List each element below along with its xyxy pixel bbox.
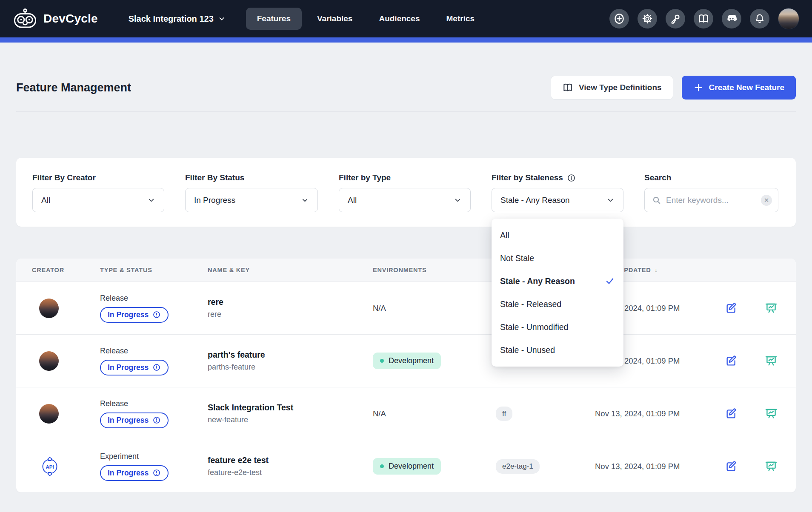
staleness-option-all[interactable]: All <box>492 224 623 247</box>
header-actions: View Type Definitions Create New Feature <box>551 76 796 100</box>
name-key-cell[interactable]: parth's feature parths-feature <box>208 350 373 372</box>
column-header-environments[interactable]: ENVIRONMENTS <box>373 267 496 273</box>
environments-cell: N/A <box>373 304 496 313</box>
status-label: In Progress <box>108 416 149 425</box>
feature-key: feature-e2e-test <box>208 468 373 477</box>
add-new-button[interactable] <box>609 9 629 28</box>
filter-type-select[interactable]: All <box>339 188 471 212</box>
filter-status-label: Filter By Status <box>185 173 318 182</box>
view-type-definitions-button[interactable]: View Type Definitions <box>551 76 673 100</box>
staleness-option-stale-released[interactable]: Stale - Released <box>492 293 623 316</box>
environment-badge[interactable]: Development <box>373 458 441 475</box>
staleness-dropdown-menu: All Not Stale Stale - Any Reason Stale -… <box>492 219 623 367</box>
filter-staleness-label-text: Filter by Staleness <box>492 173 563 182</box>
edit-feature-icon[interactable] <box>724 302 738 315</box>
option-label: Stale - Unused <box>500 345 555 355</box>
create-new-feature-button[interactable]: Create New Feature <box>682 76 796 100</box>
filter-group-staleness: Filter by Staleness Stale - Any Reason <box>492 173 623 212</box>
creator-avatar <box>39 351 59 371</box>
page-header: Feature Management View Type Definitions… <box>16 76 796 100</box>
search-input[interactable] <box>666 196 757 205</box>
tag-pill: e2e-tag-1 <box>496 459 540 474</box>
tab-audiences[interactable]: Audiences <box>368 8 431 30</box>
filter-status-value: In Progress <box>194 196 235 205</box>
table-header-row: CREATOR TYPE & STATUS NAME & KEY ENVIRON… <box>16 259 796 282</box>
status-badge[interactable]: In Progress <box>100 307 169 323</box>
table-row[interactable]: Release In Progress rere rere N/A Nov 13… <box>16 282 796 334</box>
filter-type-label: Filter by Type <box>339 173 471 182</box>
tab-metrics[interactable]: Metrics <box>435 8 486 30</box>
settings-button[interactable] <box>638 9 657 28</box>
staleness-option-stale-unmodified[interactable]: Stale - Unmodified <box>492 316 623 338</box>
feature-metrics-icon[interactable] <box>764 302 778 315</box>
name-key-cell[interactable]: rere rere <box>208 297 373 319</box>
status-badge[interactable]: In Progress <box>100 412 169 428</box>
column-header-name-key[interactable]: NAME & KEY <box>208 267 373 273</box>
status-badge[interactable]: In Progress <box>100 360 169 375</box>
tab-variables[interactable]: Variables <box>306 8 363 30</box>
staleness-option-not-stale[interactable]: Not Stale <box>492 247 623 270</box>
filter-creator-select[interactable]: All <box>32 188 164 212</box>
option-label: Not Stale <box>500 253 534 263</box>
project-name: Slack Integration 123 <box>129 14 214 24</box>
book-icon <box>562 82 573 93</box>
tags-cell: e2e-tag-1 <box>496 459 595 474</box>
filter-staleness-value: Stale - Any Reason <box>500 196 570 205</box>
actions-cell <box>715 302 796 315</box>
primary-nav-tabs: Features Variables Audiences Metrics <box>246 8 486 30</box>
info-icon[interactable] <box>567 174 576 182</box>
name-key-cell[interactable]: Slack Integration Test new-feature <box>208 403 373 424</box>
column-header-type-status[interactable]: TYPE & STATUS <box>100 267 208 273</box>
filters-panel: Filter By Creator All Filter By Status I… <box>16 158 796 227</box>
view-type-definitions-label: View Type Definitions <box>579 83 662 92</box>
discord-icon <box>725 12 738 25</box>
table-row[interactable]: Release In Progress Slack Integration Te… <box>16 387 796 440</box>
type-status-cell: Release In Progress <box>100 399 208 428</box>
environment-status-dot <box>380 359 384 363</box>
table-row[interactable]: API Experiment In Progress feature e2e t… <box>16 440 796 492</box>
staleness-option-stale-any-reason[interactable]: Stale - Any Reason <box>492 270 623 293</box>
api-keys-button[interactable] <box>666 9 685 28</box>
tab-features[interactable]: Features <box>246 8 302 30</box>
alert-circle-icon <box>152 310 161 319</box>
environment-badge[interactable]: Development <box>373 353 441 369</box>
status-badge[interactable]: In Progress <box>100 465 169 481</box>
clear-search-icon[interactable]: ✕ <box>761 195 772 206</box>
environments-cell: Development <box>373 353 496 369</box>
edit-feature-icon[interactable] <box>724 407 738 421</box>
feature-metrics-icon[interactable] <box>764 407 778 421</box>
user-avatar[interactable] <box>778 8 799 29</box>
column-header-creator[interactable]: CREATOR <box>16 267 100 273</box>
environment-status-dot <box>380 464 384 468</box>
filter-group-status: Filter By Status In Progress <box>185 173 318 212</box>
discord-button[interactable] <box>722 9 741 28</box>
feature-metrics-icon[interactable] <box>764 460 778 473</box>
filter-status-select[interactable]: In Progress <box>185 188 318 212</box>
brand[interactable]: DevCycle <box>13 9 98 29</box>
feature-metrics-icon[interactable] <box>764 354 778 368</box>
filter-staleness-select[interactable]: Stale - Any Reason <box>492 188 623 212</box>
name-key-cell[interactable]: feature e2e test feature-e2e-test <box>208 455 373 477</box>
feature-key: parths-feature <box>208 363 373 372</box>
check-icon <box>605 276 615 286</box>
tags-cell: ff <box>496 407 595 421</box>
filter-creator-value: All <box>41 196 50 205</box>
notifications-button[interactable] <box>750 9 769 28</box>
table-row[interactable]: Release In Progress parth's feature part… <box>16 334 796 387</box>
feature-name: rere <box>208 297 373 307</box>
search-icon <box>652 195 662 205</box>
chevron-down-icon <box>218 15 226 23</box>
staleness-option-stale-unused[interactable]: Stale - Unused <box>492 338 623 361</box>
brand-name: DevCycle <box>43 12 98 26</box>
filter-group-type: Filter by Type All <box>339 173 471 212</box>
edit-feature-icon[interactable] <box>724 354 738 368</box>
actions-cell <box>715 407 796 421</box>
environments-cell: N/A <box>373 409 496 418</box>
alert-circle-icon <box>152 469 161 477</box>
documentation-button[interactable] <box>694 9 713 28</box>
project-selector[interactable]: Slack Integration 123 <box>129 14 226 24</box>
option-label: All <box>500 230 509 240</box>
edit-feature-icon[interactable] <box>724 460 738 473</box>
environments-value: N/A <box>373 304 386 313</box>
updated-timestamp: Nov 13, 2024, 01:09 PM <box>595 462 680 471</box>
